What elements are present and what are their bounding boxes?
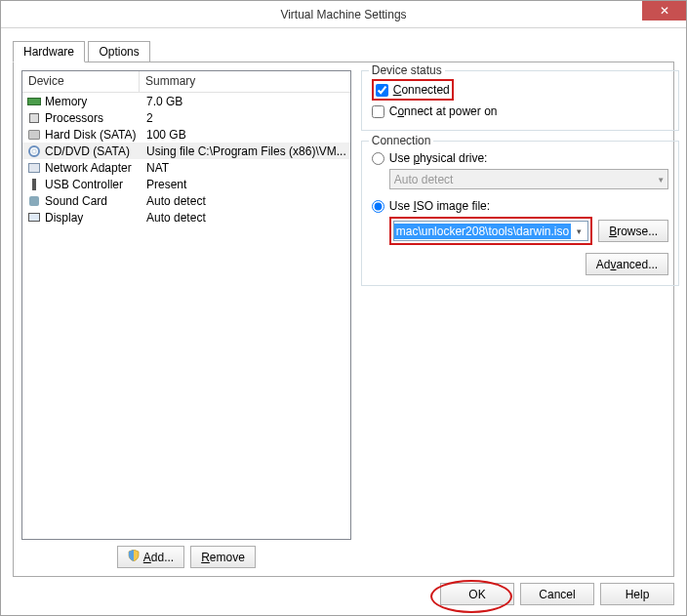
device-list[interactable]: Device Summary Memory7.0 GBProcessors2Ha… <box>21 70 351 540</box>
connected-checkbox[interactable] <box>376 84 388 97</box>
advanced-button[interactable]: Advanced... <box>586 253 668 275</box>
device-summary: 2 <box>142 111 346 125</box>
tabs: Hardware Options <box>13 40 674 62</box>
help-button[interactable]: Help <box>600 583 674 605</box>
browse-button[interactable]: Browse... <box>598 220 668 242</box>
window-title: Virtual Machine Settings <box>280 8 406 21</box>
device-name: Memory <box>45 95 142 108</box>
device-summary: Auto detect <box>142 194 346 208</box>
device-list-header: Device Summary <box>22 71 350 93</box>
remove-label: Remove <box>201 551 245 564</box>
use-physical-label: Use physical drive: <box>389 151 488 165</box>
connected-checkbox-row[interactable]: Connected <box>376 83 450 97</box>
cd-icon <box>26 144 42 158</box>
tab-panel: Device Summary Memory7.0 GBProcessors2Ha… <box>13 62 674 577</box>
device-summary: 7.0 GB <box>142 95 346 108</box>
browse-label: Browse... <box>609 225 658 238</box>
device-name: Hard Disk (SATA) <box>45 128 142 142</box>
chevron-down-icon: ▼ <box>657 175 665 184</box>
remove-button[interactable]: Remove <box>190 546 256 568</box>
connected-label: Connected <box>393 83 450 97</box>
iso-path-value: mac\unlocker208\tools\darwin.iso <box>394 224 571 239</box>
device-summary: Using file C:\Program Files (x86)\VM... <box>142 144 346 158</box>
device-name: USB Controller <box>45 178 142 191</box>
connect-poweron-label: Connect at power on <box>389 104 498 118</box>
left-column: Device Summary Memory7.0 GBProcessors2Ha… <box>21 70 351 568</box>
device-name: Sound Card <box>45 194 142 208</box>
advanced-row: Advanced... <box>372 253 668 275</box>
use-physical-row[interactable]: Use physical drive: <box>372 151 668 165</box>
tab-hardware[interactable]: Hardware <box>13 41 85 62</box>
hdd-icon <box>26 128 42 142</box>
device-row[interactable]: Processors2 <box>22 109 350 126</box>
shield-icon <box>128 550 140 564</box>
snd-icon <box>26 194 42 208</box>
usb-icon <box>26 178 42 191</box>
mem-icon <box>26 95 42 108</box>
list-buttons: Add... Remove <box>21 546 351 568</box>
use-iso-radio[interactable] <box>372 200 384 213</box>
device-summary: Auto detect <box>142 211 346 225</box>
col-summary[interactable]: Summary <box>140 71 350 92</box>
use-physical-radio[interactable] <box>372 152 384 165</box>
content-area: Hardware Options Device Summary Memory7.… <box>1 28 686 615</box>
ok-button[interactable]: OK <box>440 583 514 605</box>
physical-drive-combo: Auto detect ▼ <box>389 169 668 189</box>
device-row[interactable]: USB ControllerPresent <box>22 176 350 192</box>
tab-options[interactable]: Options <box>88 41 149 62</box>
iso-row: mac\unlocker208\tools\darwin.iso ▾ Brows… <box>372 217 668 245</box>
dialog-buttons: OK Cancel Help <box>440 583 674 605</box>
device-row[interactable]: Hard Disk (SATA)100 GB <box>22 126 350 143</box>
chevron-down-icon[interactable]: ▾ <box>571 226 587 236</box>
iso-highlight: mac\unlocker208\tools\darwin.iso ▾ <box>389 217 592 245</box>
connect-poweron-row[interactable]: Connect at power on <box>372 104 668 118</box>
disp-icon <box>26 211 42 225</box>
device-name: Display <box>45 211 142 225</box>
device-summary: Present <box>142 178 346 191</box>
use-iso-label: Use ISO image file: <box>389 199 490 213</box>
connect-poweron-checkbox[interactable] <box>372 105 384 118</box>
col-device[interactable]: Device <box>22 71 140 92</box>
use-iso-row[interactable]: Use ISO image file: <box>372 199 668 213</box>
device-row[interactable]: DisplayAuto detect <box>22 209 350 226</box>
add-button[interactable]: Add... <box>117 546 184 568</box>
device-row[interactable]: CD/DVD (SATA)Using file C:\Program Files… <box>22 143 350 159</box>
cpu-icon <box>26 111 42 125</box>
connected-highlight: Connected <box>372 79 454 101</box>
device-name: Network Adapter <box>45 161 142 175</box>
device-status-legend: Device status <box>369 63 445 77</box>
add-label: Add... <box>143 551 174 564</box>
device-name: Processors <box>45 111 142 125</box>
right-column: Device status Connected Connect at power… <box>361 70 679 568</box>
device-summary: NAT <box>142 161 346 175</box>
close-button[interactable]: ✕ <box>642 1 686 21</box>
physical-combo-wrap: Auto detect ▼ <box>372 167 668 197</box>
titlebar: Virtual Machine Settings ✕ <box>1 1 686 28</box>
cancel-button[interactable]: Cancel <box>520 583 594 605</box>
connection-group: Connection Use physical drive: Auto dete… <box>361 141 679 286</box>
close-icon: ✕ <box>660 4 669 18</box>
device-row[interactable]: Memory7.0 GB <box>22 93 350 109</box>
net-icon <box>26 161 42 175</box>
advanced-label: Advanced... <box>596 258 658 271</box>
connection-legend: Connection <box>369 134 434 147</box>
settings-window: Virtual Machine Settings ✕ Hardware Opti… <box>0 0 687 616</box>
device-summary: 100 GB <box>142 128 346 142</box>
device-status-group: Device status Connected Connect at power… <box>361 70 679 131</box>
device-name: CD/DVD (SATA) <box>45 144 142 158</box>
device-row[interactable]: Sound CardAuto detect <box>22 192 350 209</box>
iso-path-input[interactable]: mac\unlocker208\tools\darwin.iso ▾ <box>393 221 588 241</box>
physical-drive-value: Auto detect <box>394 173 454 186</box>
device-row[interactable]: Network AdapterNAT <box>22 159 350 176</box>
